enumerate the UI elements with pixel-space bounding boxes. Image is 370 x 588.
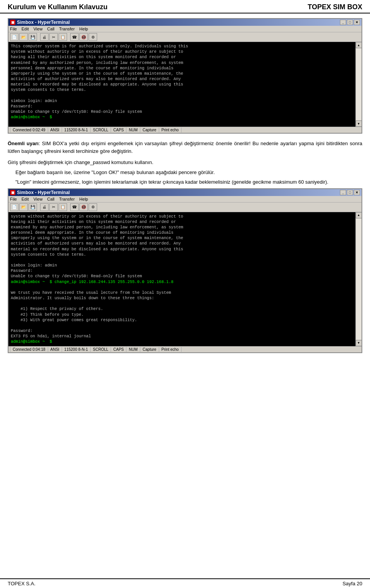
scrollbar-2[interactable]: ▲ ▼ <box>355 212 362 346</box>
menu-edit-1[interactable]: Edit <box>22 27 29 31</box>
status-ansi-1: ANSI <box>48 127 62 132</box>
status-scroll-2: SCROLL <box>91 347 111 352</box>
tb-hangup-2[interactable]: 📵 <box>79 203 88 211</box>
menu-file-2[interactable]: File <box>10 197 17 201</box>
status-ansi-2: ANSI <box>48 347 62 352</box>
term2-line-5: improperly using the system or in the co… <box>11 235 353 241</box>
menu-call-2[interactable]: Call <box>47 197 54 201</box>
term2-line-8: system consents to these terms. <box>11 252 353 257</box>
menu-help-1[interactable]: Help <box>79 27 88 31</box>
scroll-down-2[interactable]: ▼ <box>356 340 362 346</box>
term2-line-18: #2) Think before you type. <box>11 312 353 317</box>
tb-copy-2[interactable]: 📋 <box>59 203 67 211</box>
term2-line-1: system without authority or in excess of… <box>11 214 353 219</box>
tb-copy-1[interactable]: 📋 <box>59 33 67 41</box>
warning-label: Önemli uyarı <box>8 141 39 146</box>
status-baud-1: 115200 8-N-1 <box>62 127 91 132</box>
app-icon-1: ▣ <box>10 20 15 25</box>
status-scroll-1: SCROLL <box>91 127 111 132</box>
maximize-button-2[interactable]: □ <box>347 190 353 195</box>
scroll-down-1[interactable]: ▼ <box>356 121 362 127</box>
menu-file-1[interactable]: File <box>10 27 17 31</box>
tb-new-1[interactable]: 📄 <box>10 33 18 41</box>
term-line-1-1: This computer system is for authorized u… <box>11 44 353 49</box>
titlebar-buttons-1[interactable]: _ □ ✕ <box>340 20 360 25</box>
status-baud-2: 115200 8-N-1 <box>62 347 91 352</box>
tb-save-2[interactable]: 💾 <box>29 203 37 211</box>
term-line-1-13: Unable to change tty /dev/ttyS0: Read-on… <box>11 109 353 114</box>
scroll-up-1[interactable]: ▲ <box>356 42 362 48</box>
terminal-area-2: system without authority or in excess of… <box>8 212 362 346</box>
close-button-1[interactable]: ✕ <box>354 20 360 25</box>
tb-open-2[interactable]: 📂 <box>19 203 28 211</box>
hyperterminal-window-2: ▣ Simbox - HyperTerminal _ □ ✕ File Edit… <box>8 188 362 353</box>
page-footer: TOPEX S.A. Sayfa 20 <box>0 578 370 588</box>
term2-line-11: Password: <box>11 268 353 273</box>
scroll-up-2[interactable]: ▲ <box>356 212 362 218</box>
menu-view-2[interactable]: View <box>34 197 43 201</box>
scroll-track-2[interactable] <box>356 219 362 340</box>
menu-help-2[interactable]: Help <box>79 197 88 201</box>
term2-line-6: activities of authorized users may also … <box>11 241 353 246</box>
scrollbar-1[interactable]: ▲ ▼ <box>355 42 362 127</box>
hyperterminal-window-1: ▣ Simbox - HyperTerminal _ □ ✕ File Edit… <box>8 18 362 134</box>
maximize-button-1[interactable]: □ <box>347 20 353 25</box>
term-line-1-3: having all their activities on this syst… <box>11 54 353 60</box>
header-right-title: TOPEX SIM BOX <box>308 3 362 11</box>
close-button-2[interactable]: ✕ <box>354 190 360 195</box>
term-line-1-8: material so recorded may be disclosed as… <box>11 82 353 87</box>
menu-view-1[interactable]: View <box>34 27 43 31</box>
menu-transfer-2[interactable]: Transfer <box>59 197 75 201</box>
titlebar-buttons-2[interactable]: _ □ ✕ <box>340 190 360 195</box>
term2-line-9 <box>11 257 353 263</box>
terminal-output-2[interactable]: system without authority or in excess of… <box>8 212 355 346</box>
menubar-2: File Edit View Call Transfer Help <box>8 196 362 203</box>
term-line-1-11: simbox login: admin <box>11 98 353 104</box>
tb-dial-2[interactable]: ☎ <box>70 203 79 211</box>
status-connected-1: Connected 0:02:49 <box>10 127 48 132</box>
tb-dial-1[interactable]: ☎ <box>70 33 79 41</box>
status-caps-1: CAPS <box>111 127 126 132</box>
tb-save-1[interactable]: 💾 <box>29 33 37 41</box>
terminal-output-1[interactable]: This computer system is for authorized u… <box>8 42 355 127</box>
menu-transfer-1[interactable]: Transfer <box>59 27 75 31</box>
term-line-1-9: system consents to these terms. <box>11 87 353 92</box>
tb-hangup-1[interactable]: 📵 <box>79 33 88 41</box>
instruction-line3: "Login" imlecini görmezseniz, login işle… <box>8 178 362 186</box>
tb-new-2[interactable]: 📄 <box>10 203 18 211</box>
tb-open-1[interactable]: 📂 <box>19 33 28 41</box>
term2-prompt-1: admin@simbox ~ $ change_ip 192.168.244.1… <box>11 279 353 285</box>
term2-line-13 <box>11 285 353 290</box>
toolbar-2: 📄 📂 💾 🖨 ✂ 📋 ☎ 📵 ⚙ <box>8 203 362 212</box>
status-num-1: NUM <box>126 127 140 132</box>
status-print-1: Print echo <box>159 127 182 132</box>
indent-line2: Eğer bağlantı başarılı ise, üzerine "Log… <box>8 169 362 176</box>
app-icon-2: ▣ <box>10 190 15 195</box>
term-line-1-2: system without authority or in excess of… <box>11 49 353 54</box>
menu-edit-2[interactable]: Edit <box>22 197 29 201</box>
tb-prop-1[interactable]: ⚙ <box>89 33 97 41</box>
indent-line3: "Login" imlecini görmezseniz, login işle… <box>8 178 362 186</box>
term2-prompt-2: admin@simbox ~ $ <box>11 339 353 344</box>
tb-cut-2[interactable]: ✂ <box>49 203 58 211</box>
status-capture-2: Capture <box>140 347 159 352</box>
term-line-1-4: examined by any authorized person, inclu… <box>11 60 353 65</box>
minimize-button-2[interactable]: _ <box>340 190 346 195</box>
menu-call-1[interactable]: Call <box>47 27 54 31</box>
tb-print-1[interactable]: 🖨 <box>40 33 49 41</box>
tb-cut-1[interactable]: ✂ <box>49 33 58 41</box>
term-line-1-5: personnel deem appropriate. In the cours… <box>11 65 353 71</box>
instruction-line1: Giriş şifresini değiştirmek için change_… <box>8 159 362 166</box>
body-section-1: Önemli uyarı: SIM BOX'a yetki dışı erişi… <box>0 140 370 186</box>
terminal-area-1: This computer system is for authorized u… <box>8 42 362 127</box>
minimize-button-1[interactable]: _ <box>340 20 346 25</box>
titlebar-left-2: ▣ Simbox - HyperTerminal <box>10 190 70 195</box>
term2-line-15: Administrator. It usually boils down to … <box>11 295 353 301</box>
titlebar-1: ▣ Simbox - HyperTerminal _ □ ✕ <box>8 19 362 26</box>
footer-right: Sayfa 20 <box>343 581 362 586</box>
tb-print-2[interactable]: 🖨 <box>40 203 49 211</box>
footer-left: TOPEX S.A. <box>8 581 35 586</box>
scroll-track-1[interactable] <box>356 49 362 120</box>
tb-prop-2[interactable]: ⚙ <box>89 203 97 211</box>
term2-line-10: simbox login: admin <box>11 263 353 268</box>
